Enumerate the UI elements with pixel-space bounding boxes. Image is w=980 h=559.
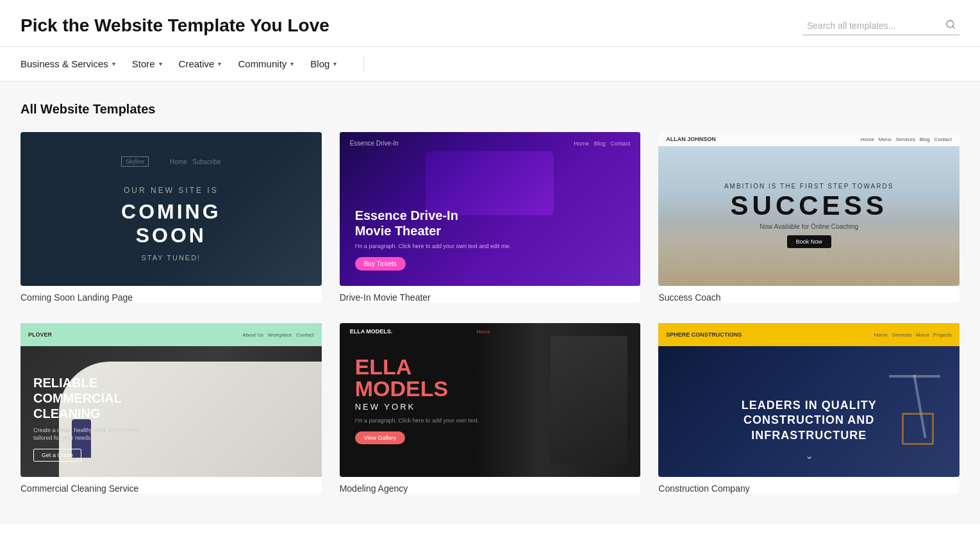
template-name-coming-soon: Coming Soon Landing Page — [21, 292, 322, 303]
main-content: All Website Templates Skyline Home Subsc… — [0, 81, 980, 524]
nav-item-blog[interactable]: Blog ▾ — [310, 47, 348, 81]
page-title: Pick the Website Template You Love — [21, 15, 329, 36]
template-name-modeling: Modeling Agency — [340, 483, 641, 494]
template-card-coming-soon[interactable]: Skyline Home Subscribe OUR NEW SITE IS C… — [21, 132, 322, 303]
chevron-down-icon: ▾ — [218, 60, 221, 67]
page-header: Pick the Website Template You Love — [0, 0, 980, 47]
template-name-construction: Construction Company — [658, 483, 959, 494]
section-title: All Website Templates — [21, 102, 959, 117]
chevron-down-icon: ▾ — [333, 60, 336, 67]
nav-item-creative[interactable]: Creative ▾ — [179, 47, 233, 81]
template-card-construction[interactable]: SPHERE CONSTRUCTIONS Home Services About… — [658, 323, 959, 494]
nav-divider — [363, 56, 364, 72]
templates-grid: Skyline Home Subscribe OUR NEW SITE IS C… — [21, 132, 959, 494]
template-card-cleaning[interactable]: PLOVER About Us Workplace Contact RELIAB… — [21, 323, 322, 494]
main-nav: Business & Services ▾ Store ▾ Creative ▾… — [0, 47, 980, 81]
template-name-drive-in: Drive-In Movie Theater — [340, 292, 641, 303]
chevron-down-icon: ▾ — [290, 60, 294, 67]
nav-item-store[interactable]: Store ▾ — [132, 47, 174, 81]
svg-line-1 — [952, 26, 954, 28]
search-input[interactable] — [807, 21, 942, 31]
template-card-success[interactable]: ALLAN JOHNSON Home Menu Services Blog Co… — [658, 132, 959, 303]
template-thumb-coming-soon: Skyline Home Subscribe OUR NEW SITE IS C… — [21, 132, 322, 286]
template-card-drive-in[interactable]: Essence Drive-In Home Blog Contact Essen… — [340, 132, 641, 303]
template-name-success: Success Coach — [658, 292, 959, 303]
search-bar[interactable] — [803, 17, 959, 35]
template-thumb-success: ALLAN JOHNSON Home Menu Services Blog Co… — [658, 132, 959, 286]
template-thumb-cleaning: PLOVER About Us Workplace Contact RELIAB… — [21, 323, 322, 477]
search-icon — [945, 19, 956, 32]
chevron-down-icon: ▾ — [159, 60, 162, 67]
nav-item-community[interactable]: Community ▾ — [238, 47, 305, 81]
template-thumb-modeling: ELLA MODELS. Home Models About Contact E… — [340, 323, 641, 477]
template-name-cleaning: Commercial Cleaning Service — [21, 483, 322, 494]
chevron-down-icon: ▾ — [112, 60, 115, 67]
template-card-modeling[interactable]: ELLA MODELS. Home Models About Contact E… — [340, 323, 641, 494]
nav-item-business[interactable]: Business & Services ▾ — [21, 47, 127, 81]
template-thumb-drive-in: Essence Drive-In Home Blog Contact Essen… — [340, 132, 641, 286]
template-thumb-construction: SPHERE CONSTRUCTIONS Home Services About… — [658, 323, 959, 477]
